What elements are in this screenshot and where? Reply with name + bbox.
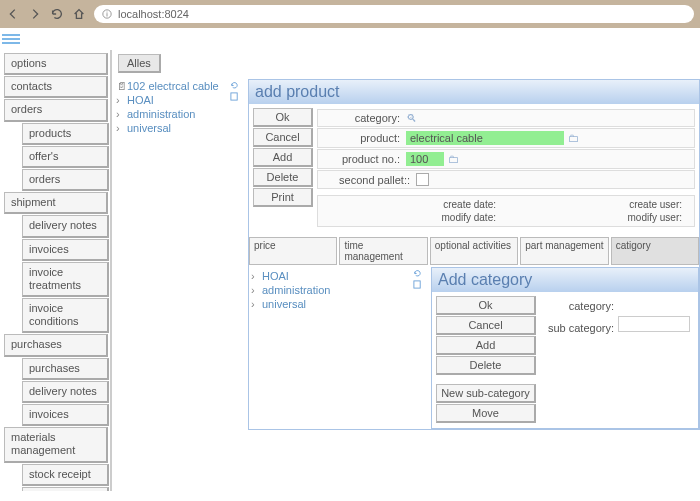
hamburger-menu[interactable] bbox=[0, 28, 700, 50]
page-icon[interactable] bbox=[230, 92, 239, 101]
svg-rect-4 bbox=[414, 281, 420, 288]
category-label: category: bbox=[544, 300, 618, 312]
panel-title: add product bbox=[249, 80, 699, 104]
create-user-label: create user: bbox=[506, 199, 692, 210]
tree-item[interactable]: ›universal bbox=[251, 297, 411, 311]
back-button[interactable] bbox=[6, 7, 20, 21]
subcategory-input[interactable] bbox=[618, 316, 690, 332]
product-label: product: bbox=[320, 132, 406, 144]
ok-button[interactable]: Ok bbox=[253, 108, 313, 127]
modify-user-label: modify user: bbox=[506, 212, 692, 223]
tree-item[interactable]: ›administration bbox=[116, 107, 230, 121]
product-no-input[interactable]: 100 bbox=[406, 152, 444, 166]
tab-catigory[interactable]: catigory bbox=[611, 237, 699, 265]
print-button[interactable]: Print bbox=[253, 188, 313, 207]
subcategory-label: sub category: bbox=[544, 322, 618, 334]
create-date-label: create date: bbox=[320, 199, 506, 210]
svg-point-2 bbox=[107, 11, 108, 12]
move-button[interactable]: Move bbox=[436, 404, 536, 423]
tree-item[interactable]: ›HOAI bbox=[116, 93, 230, 107]
tab-price[interactable]: price bbox=[249, 237, 337, 265]
url-text: localhost:8024 bbox=[118, 8, 189, 20]
second-pallet-checkbox[interactable] bbox=[416, 173, 429, 186]
sidebar: optionscontactsordersproductsoffer'sorde… bbox=[0, 50, 110, 491]
sidebar-item[interactable]: orders bbox=[22, 169, 109, 191]
refresh-icon[interactable] bbox=[230, 81, 239, 90]
sidebar-item[interactable]: purchases bbox=[4, 334, 108, 356]
add-product-panel: add product OkCancelAddDeletePrint categ… bbox=[248, 79, 700, 430]
product-input[interactable]: electrical cable bbox=[406, 131, 564, 145]
cancel-button[interactable]: Cancel bbox=[436, 316, 536, 335]
ok-button[interactable]: Ok bbox=[436, 296, 536, 315]
add-button[interactable]: Add bbox=[253, 148, 313, 167]
tab-bar: pricetime managementoptional activitiesp… bbox=[249, 237, 699, 265]
new-sub-category-button[interactable]: New sub-category bbox=[436, 384, 536, 403]
tab-time-management[interactable]: time management bbox=[339, 237, 427, 265]
home-button[interactable] bbox=[72, 7, 86, 21]
product-tree: 📄︎102 electrcal cable›HOAI›administratio… bbox=[116, 79, 230, 430]
sidebar-item[interactable]: invoice conditions bbox=[22, 298, 109, 333]
add-category-panel: Add category OkCancelAddDelete New sub-c… bbox=[431, 267, 699, 429]
product-form: category:🔍︎ product:electrical cable🗀 pr… bbox=[317, 108, 695, 227]
forward-button[interactable] bbox=[28, 7, 42, 21]
tab-part-management[interactable]: part management bbox=[520, 237, 608, 265]
sidebar-item[interactable]: orders bbox=[4, 99, 108, 121]
product-no-label: product no.: bbox=[320, 153, 406, 165]
sidebar-item[interactable]: shipment bbox=[4, 192, 108, 214]
reload-button[interactable] bbox=[50, 7, 64, 21]
delete-button[interactable]: Delete bbox=[253, 168, 313, 187]
sidebar-item[interactable]: contacts bbox=[4, 76, 108, 98]
sidebar-item[interactable]: delivery notes bbox=[22, 381, 109, 403]
sidebar-item[interactable]: invoices bbox=[22, 239, 109, 261]
folder-icon[interactable]: 🗀 bbox=[568, 132, 579, 144]
svg-rect-3 bbox=[231, 93, 237, 100]
cancel-button[interactable]: Cancel bbox=[253, 128, 313, 147]
category-tree: ›HOAI›administration›universal bbox=[249, 267, 413, 429]
tree-toolbar bbox=[413, 267, 431, 429]
search-icon[interactable]: 🔍︎ bbox=[406, 112, 417, 124]
page-icon[interactable] bbox=[413, 280, 422, 289]
add-button[interactable]: Add bbox=[436, 336, 536, 355]
sidebar-item[interactable]: invoice treatments bbox=[22, 262, 109, 297]
info-icon bbox=[102, 9, 112, 19]
sidebar-item[interactable]: options bbox=[4, 53, 108, 75]
browser-chrome: localhost:8024 bbox=[0, 0, 700, 28]
refresh-icon[interactable] bbox=[413, 269, 422, 278]
tree-item[interactable]: ›universal bbox=[116, 121, 230, 135]
sidebar-item[interactable]: invoices bbox=[22, 404, 109, 426]
sidebar-item[interactable]: stock removal bbox=[22, 487, 109, 491]
tab-optional-activities[interactable]: optional activities bbox=[430, 237, 518, 265]
address-bar[interactable]: localhost:8024 bbox=[94, 5, 694, 23]
tree-item[interactable]: ›administration bbox=[251, 283, 411, 297]
delete-button[interactable]: Delete bbox=[436, 356, 536, 375]
modify-date-label: modify date: bbox=[320, 212, 506, 223]
tree-toolbar bbox=[230, 79, 248, 430]
sidebar-item[interactable]: materials management bbox=[4, 427, 108, 462]
sidebar-item[interactable]: offer's bbox=[22, 146, 109, 168]
sidebar-item[interactable]: products bbox=[22, 123, 109, 145]
sidebar-item[interactable]: purchases bbox=[22, 358, 109, 380]
tree-item[interactable]: 📄︎102 electrcal cable bbox=[116, 79, 230, 93]
alles-button[interactable]: Alles bbox=[118, 54, 161, 73]
sidebar-item[interactable]: delivery notes bbox=[22, 215, 109, 237]
panel-button-column: OkCancelAddDeletePrint bbox=[253, 108, 313, 227]
folder-icon[interactable]: 🗀 bbox=[448, 153, 459, 165]
second-pallet-label: second pallet:: bbox=[320, 174, 416, 186]
tree-item[interactable]: ›HOAI bbox=[251, 269, 411, 283]
sidebar-item[interactable]: stock receipt bbox=[22, 464, 109, 486]
panel-title: Add category bbox=[432, 268, 698, 292]
category-label: category: bbox=[320, 112, 406, 124]
